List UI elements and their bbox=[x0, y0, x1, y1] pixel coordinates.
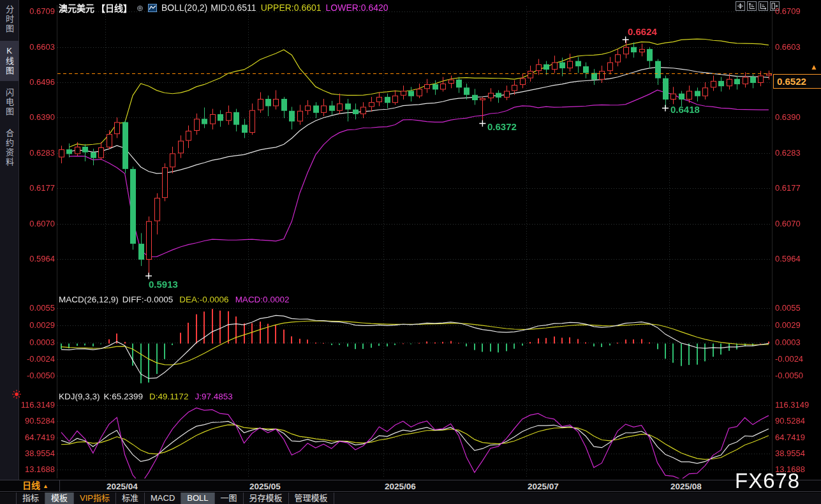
price-annotation: 0.5913 bbox=[149, 279, 178, 290]
sidebar-tab-3[interactable]: 合约资料 bbox=[0, 124, 18, 172]
kdj-settings-icon[interactable] bbox=[12, 390, 21, 399]
price-annotation: 0.6418 bbox=[670, 104, 700, 115]
kdj-d-value: D:49.1172 bbox=[149, 392, 188, 401]
y-axis-label: -0.0024 bbox=[19, 354, 55, 364]
chart-header: 澳元美元【日线】 ⊕ BOLL(20,2) MID:0.6511 UPPER:0… bbox=[59, 2, 388, 13]
y-axis-label: 0.6283 bbox=[775, 148, 820, 158]
kdj-header: KDJ(9,3,3) K:65.2399 D:49.1172 J:97.4853 bbox=[59, 392, 233, 401]
macd-diff-value: DIFF:-0.0005 bbox=[122, 295, 174, 304]
pan-icon[interactable] bbox=[736, 1, 745, 11]
boll-indicator-icon[interactable] bbox=[148, 4, 157, 12]
bottom-tab-8[interactable]: 管理模板 bbox=[289, 493, 334, 504]
sidebar-tab-0[interactable]: 分时图 bbox=[0, 0, 18, 39]
boll-upper-value: UPPER:0.6601 bbox=[261, 3, 322, 13]
y-axis-label: 0.0003 bbox=[19, 337, 55, 347]
timeframe-label: 日线 bbox=[22, 480, 40, 491]
bottom-tab-bar: 指标模板VIP指标标准MACDBOLL一图另存模板管理模板 bbox=[0, 493, 821, 504]
y-axis-label: 90.5284 bbox=[775, 416, 820, 426]
y-axis-label: -0.0050 bbox=[19, 371, 55, 380]
y-axis-label: 0.0029 bbox=[775, 320, 820, 330]
y-axis-scale-icon[interactable] bbox=[747, 1, 757, 11]
y-axis-label: 0.0055 bbox=[19, 303, 55, 313]
bottom-tab-0[interactable]: 指标 bbox=[16, 493, 45, 504]
macd-dea-value: DEA:-0.0006 bbox=[179, 295, 228, 304]
y-axis-label: 38.9554 bbox=[19, 448, 55, 458]
price-annotation: 0.6372 bbox=[487, 121, 517, 132]
y-axis-label: 13.1688 bbox=[775, 464, 820, 474]
y-axis-label: -0.0024 bbox=[775, 354, 820, 364]
y-axis-label: 0.0055 bbox=[775, 303, 820, 313]
bottom-tab-5[interactable]: BOLL bbox=[181, 493, 214, 504]
sidebar: 分时图K线图闪电图合约资料 bbox=[0, 0, 19, 480]
boll-mid-value: MID:0.6511 bbox=[211, 3, 256, 13]
period-tag: 【日线】 bbox=[96, 1, 132, 14]
y-axis-label: 0.6709 bbox=[775, 6, 820, 16]
y-axis-label: 0.6390 bbox=[19, 112, 55, 122]
bottom-tab-3[interactable]: 标准 bbox=[116, 493, 145, 504]
price-up-arrow-icon: ▲ bbox=[810, 63, 818, 71]
boll-lower-value: LOWER:0.6420 bbox=[326, 3, 388, 13]
x-axis-label: 2025/08 bbox=[670, 482, 702, 491]
x-axis-label: 2025/07 bbox=[528, 482, 559, 491]
bottom-tab-2[interactable]: VIP指标 bbox=[74, 493, 116, 504]
current-price-tag: 0.6522 bbox=[773, 74, 821, 89]
bottom-tab-6[interactable]: 一图 bbox=[215, 493, 244, 504]
y-axis-label: 0.0003 bbox=[775, 337, 820, 347]
sidebar-tab-2[interactable]: 闪电图 bbox=[0, 83, 18, 122]
y-axis-label: 0.6283 bbox=[19, 148, 55, 158]
bottom-tab-4[interactable]: MACD bbox=[145, 493, 181, 504]
y-axis-label: 0.6709 bbox=[19, 6, 55, 16]
y-axis-label: 0.6603 bbox=[775, 42, 820, 52]
y-axis-label: 13.1688 bbox=[19, 464, 55, 474]
symbol-name: 澳元美元 bbox=[59, 1, 94, 14]
y-axis-label: 90.5284 bbox=[19, 416, 55, 426]
x-axis-label: 2025/05 bbox=[249, 482, 281, 491]
bottom-tab-7[interactable]: 另存模板 bbox=[244, 493, 289, 504]
sidebar-tab-1[interactable]: K线图 bbox=[0, 41, 18, 81]
y-axis-label: -0.0050 bbox=[775, 371, 820, 380]
y-axis-label: 0.5964 bbox=[775, 254, 820, 263]
kdj-label: KDJ(9,3,3) bbox=[59, 392, 100, 401]
macd-label: MACD(26,12,9) bbox=[59, 295, 119, 304]
y-axis-label: 0.5964 bbox=[19, 254, 55, 263]
macd-header: MACD(26,12,9) DIFF:-0.0005 DEA:-0.0006 M… bbox=[59, 295, 289, 304]
expand-icon[interactable]: ⊕ bbox=[137, 3, 144, 13]
chart-canvas[interactable] bbox=[0, 0, 821, 504]
price-annotation: 0.6624 bbox=[628, 26, 657, 37]
y-axis-label: 64.7419 bbox=[19, 433, 55, 442]
kdj-j-value: J:97.4853 bbox=[195, 392, 232, 401]
y-axis-label: 0.6496 bbox=[19, 77, 55, 87]
y-axis-label: 0.6177 bbox=[19, 183, 55, 193]
y-axis-label: 64.7419 bbox=[775, 433, 820, 442]
y-axis-label: 0.6070 bbox=[775, 219, 820, 228]
y-axis-label: 0.0029 bbox=[19, 320, 55, 330]
kdj-k-value: K:65.2399 bbox=[104, 392, 144, 401]
y-axis-label: 116.3149 bbox=[19, 400, 55, 410]
timeframe-selector[interactable]: 日线▲ bbox=[19, 480, 60, 491]
x-axis-label: 2025/06 bbox=[385, 482, 416, 491]
chevron-up-icon: ▲ bbox=[43, 483, 48, 489]
y-axis-label: 38.9554 bbox=[775, 448, 820, 458]
y-axis-label: 0.6070 bbox=[19, 219, 55, 228]
y-axis-label: 116.3149 bbox=[775, 400, 820, 410]
y-axis-label: 0.6390 bbox=[775, 112, 820, 122]
x-axis-label: 2025/04 bbox=[107, 482, 138, 491]
y-axis-label: 0.6603 bbox=[19, 42, 55, 52]
x-axis-scale-icon[interactable] bbox=[758, 1, 768, 11]
bottom-tab-1[interactable]: 模板 bbox=[45, 493, 74, 504]
y-axis-label: 0.6177 bbox=[775, 183, 820, 193]
chart-toolbar bbox=[736, 1, 780, 11]
boll-label: BOLL(20,2) bbox=[161, 3, 207, 13]
macd-macd-value: MACD:0.0002 bbox=[235, 295, 290, 304]
